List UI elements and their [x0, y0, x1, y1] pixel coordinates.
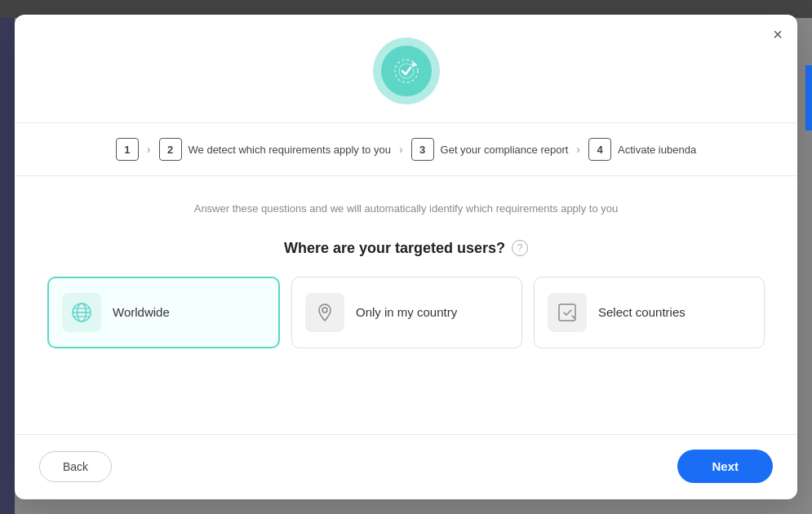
option-country-label: Only in my country	[356, 305, 457, 319]
select-countries-icon-wrap	[548, 293, 587, 332]
option-country[interactable]: Only in my country	[291, 277, 522, 348]
options-row: Worldwide Only in my country	[47, 277, 765, 348]
subtitle-text: Answer these questions and we will autom…	[194, 201, 619, 217]
modal-header	[15, 15, 797, 123]
steps-bar: 1 › 2 We detect which requirements apply…	[15, 123, 797, 176]
step-1: 1	[116, 138, 139, 161]
modal-body: Answer these questions and we will autom…	[15, 176, 797, 434]
bg-sidebar	[0, 18, 15, 514]
logo-outer-circle	[373, 38, 440, 104]
close-button[interactable]: ×	[773, 26, 783, 42]
modal-dialog: × 1 › 2 We detect which requirements app…	[15, 15, 797, 499]
step-4: 4 Activate iubenda	[588, 138, 696, 161]
bg-blue-bar	[805, 65, 812, 131]
step-4-label: Activate iubenda	[618, 144, 696, 156]
step-2-number: 2	[159, 138, 182, 161]
logo-icon	[392, 56, 421, 86]
step-4-number: 4	[588, 138, 611, 161]
option-worldwide[interactable]: Worldwide	[47, 277, 280, 348]
back-button[interactable]: Back	[39, 451, 112, 482]
step-arrow-1: ›	[147, 143, 151, 156]
help-icon[interactable]: ?	[512, 240, 528, 256]
country-icon	[313, 301, 336, 324]
question-text: Where are your targeted users?	[284, 240, 505, 257]
modal-footer: Back Next	[15, 434, 797, 499]
svg-point-2	[411, 63, 415, 67]
step-3: 3 Get your compliance report	[411, 138, 569, 161]
question-row: Where are your targeted users? ?	[284, 240, 528, 257]
svg-point-8	[322, 308, 327, 312]
option-select-label: Select countries	[598, 305, 686, 319]
option-select-countries[interactable]: Select countries	[534, 277, 765, 348]
country-icon-wrap	[305, 293, 344, 332]
step-2-label: We detect which requirements apply to yo…	[189, 144, 391, 156]
step-3-label: Get your compliance report	[441, 144, 569, 156]
option-worldwide-label: Worldwide	[113, 305, 170, 319]
step-arrow-3: ›	[576, 143, 580, 156]
svg-rect-9	[559, 304, 575, 321]
logo-inner-circle	[381, 46, 432, 96]
step-2: 2 We detect which requirements apply to …	[159, 138, 391, 161]
next-button[interactable]: Next	[677, 450, 773, 483]
select-countries-icon	[556, 301, 579, 324]
worldwide-icon	[70, 301, 93, 324]
step-arrow-2: ›	[399, 143, 403, 156]
step-1-number: 1	[116, 138, 139, 161]
step-3-number: 3	[411, 138, 434, 161]
svg-point-1	[399, 64, 414, 78]
worldwide-icon-wrap	[62, 293, 101, 332]
